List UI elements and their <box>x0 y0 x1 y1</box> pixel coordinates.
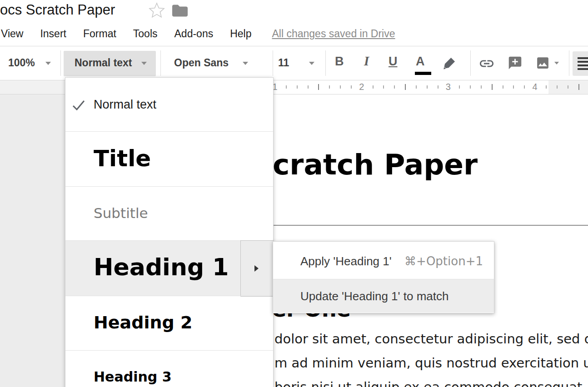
style-dropdown-arrow-icon <box>141 62 147 65</box>
menu-view[interactable]: View <box>1 28 23 40</box>
font-size-select[interactable]: 11 <box>278 57 289 69</box>
submenu-arrow-icon <box>254 265 259 272</box>
style-option-heading-2[interactable]: Heading 2 <box>65 296 273 350</box>
image-dropdown-arrow-icon[interactable] <box>554 62 559 64</box>
alignment-button[interactable] <box>573 51 588 76</box>
toolbar-separator <box>325 50 326 76</box>
heading-1-submenu: Apply 'Heading 1' ⌘+Option+1 Update 'Hea… <box>273 241 494 313</box>
style-option-label: Heading 3 <box>94 369 172 385</box>
update-heading-1-item[interactable]: Update 'Heading 1' to match <box>273 279 494 313</box>
text-color-swatch <box>415 72 431 75</box>
font-dropdown-arrow-icon[interactable] <box>243 62 248 65</box>
highlight-color-button[interactable] <box>442 55 457 73</box>
google-docs-window: ocs Scratch Paper View Insert Format Too… <box>0 0 588 387</box>
text-color-button[interactable]: A <box>416 55 425 69</box>
style-option-label: Heading 1 <box>94 253 229 281</box>
body-text-line[interactable]: m ad minim veniam, quis nostrud exercita… <box>274 355 588 371</box>
style-option-title[interactable]: Title <box>65 132 273 186</box>
toolbar: 100% Normal text Open Sans 11 B I U A <box>0 46 588 80</box>
justify-icon <box>578 57 588 70</box>
underline-button[interactable]: U <box>389 55 398 69</box>
insert-comment-icon[interactable] <box>508 55 523 72</box>
style-option-label: Subtitle <box>94 205 148 221</box>
toolbar-separator <box>60 50 61 76</box>
heading-1-submenu-button[interactable] <box>240 240 274 297</box>
paragraph-style-value: Normal text <box>75 57 132 69</box>
font-select[interactable]: Open Sans <box>174 57 229 69</box>
menu-format[interactable]: Format <box>83 28 116 40</box>
zoom-dropdown-arrow-icon[interactable] <box>45 62 51 65</box>
shortcut-hint: ⌘+Option+1 <box>404 254 483 268</box>
style-option-label: Heading 2 <box>94 313 192 332</box>
toolbar-separator <box>569 50 569 76</box>
menu-tools[interactable]: Tools <box>133 28 158 40</box>
paragraph-style-select[interactable]: Normal text <box>64 51 156 76</box>
zoom-select[interactable]: 100% <box>8 57 35 69</box>
style-option-heading-1[interactable]: Heading 1 <box>65 241 273 296</box>
menu-help[interactable]: Help <box>230 28 251 40</box>
style-option-subtitle[interactable]: Subtitle <box>65 187 273 240</box>
check-icon <box>71 98 86 115</box>
submenu-item-label: Update 'Heading 1' to match <box>300 289 448 303</box>
toolbar-separator <box>470 50 471 76</box>
submenu-item-label: Apply 'Heading 1' <box>300 254 392 268</box>
body-text-line[interactable]: boris nisi ut aliquip ex ea commodo cons… <box>274 379 582 387</box>
move-folder-icon[interactable] <box>171 3 189 20</box>
style-option-label: Normal text <box>94 98 156 112</box>
toolbar-separator <box>160 50 161 76</box>
style-option-normal-text[interactable]: Normal text <box>65 78 273 131</box>
style-option-label: Title <box>94 145 151 172</box>
bold-button[interactable]: B <box>335 55 344 69</box>
paragraph-style-menu: Normal text Title Subtitle Heading 1 Hea… <box>65 77 274 387</box>
toolbar-separator <box>273 50 273 76</box>
star-icon[interactable] <box>148 2 165 21</box>
document-title[interactable]: ocs Scratch Paper <box>0 2 115 18</box>
menubar: View Insert Format Tools Add-ons Help Al… <box>0 22 588 46</box>
menu-addons[interactable]: Add-ons <box>174 28 214 40</box>
apply-heading-1-item[interactable]: Apply 'Heading 1' ⌘+Option+1 <box>273 242 494 279</box>
document-heading-title[interactable]: cratch Paper <box>273 148 478 181</box>
insert-image-icon[interactable] <box>535 55 550 72</box>
titlebar: ocs Scratch Paper <box>0 0 588 22</box>
italic-button[interactable]: I <box>364 54 369 69</box>
menu-insert[interactable]: Insert <box>40 28 66 40</box>
font-size-dropdown-arrow-icon[interactable] <box>309 62 314 65</box>
style-option-heading-3[interactable]: Heading 3 <box>65 351 273 387</box>
body-text-line[interactable]: dolor sit amet, consectetur adipiscing e… <box>274 331 588 347</box>
insert-link-icon[interactable] <box>478 55 495 74</box>
save-status-link[interactable]: All changes saved in Drive <box>272 28 395 40</box>
